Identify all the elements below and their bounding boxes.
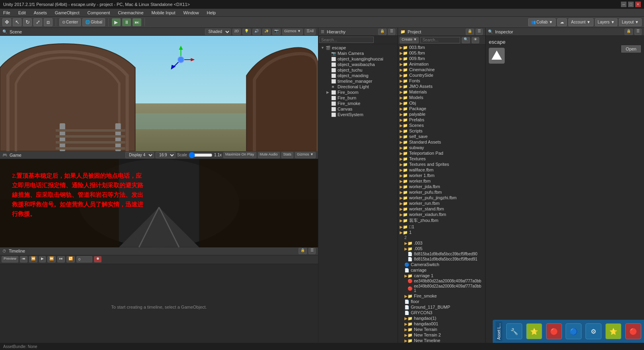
menu-gameobject[interactable]: GameObject (53, 10, 81, 15)
scene-light-btn[interactable]: 💡 (242, 29, 251, 35)
project-item[interactable]: ▶📁 Standard Assets (398, 139, 485, 145)
project-item[interactable]: ▶📁 1 (398, 229, 485, 235)
hierarchy-item-wasibaozha[interactable]: ⬜ object_wasibaozha (325, 62, 397, 67)
cloud-btn[interactable]: ☁ (557, 18, 567, 26)
inspector-open-btn[interactable]: Open (621, 45, 641, 52)
asset-btn-6[interactable]: ⭐ (605, 323, 621, 339)
project-item[interactable]: ▶📁 Textures and Sprites (398, 161, 485, 167)
project-item[interactable]: ▶📁 Obj (398, 100, 485, 106)
project-item[interactable]: ▶📁 wallface.fbm (398, 167, 485, 173)
project-item[interactable]: ▶📁 New Timeline (398, 338, 485, 343)
project-item[interactable]: ▶📁 003.fbm (398, 45, 485, 50)
display-select[interactable]: Display 4 (125, 152, 154, 158)
project-item[interactable]: ▶📁 Models (398, 95, 485, 100)
tl-frame-input[interactable] (76, 256, 92, 262)
project-item[interactable]: ▶📁 Animation (398, 61, 485, 67)
mute-audio-btn[interactable]: Mute Audio (258, 152, 280, 158)
project-search-btn[interactable]: 🔍 (462, 37, 470, 43)
tl-prev-btn[interactable]: ⏪ (29, 256, 37, 262)
project-item[interactable]: 📄 Ground_117_BUMP (398, 304, 485, 310)
project-item[interactable]: ▶📁 JMO Assets (398, 84, 485, 89)
shading-dropdown[interactable]: Shaded (205, 29, 231, 35)
hierarchy-search[interactable] (319, 37, 374, 43)
menu-file[interactable]: File (2, 10, 12, 15)
project-item[interactable]: 📄 GRYCON3 (398, 310, 485, 315)
scale-slider[interactable] (189, 153, 213, 158)
project-search[interactable] (420, 37, 460, 43)
hierarchy-item-fireboom[interactable]: ▶ ⬜ Fire_boom (325, 89, 397, 95)
stats-btn[interactable]: Stats (281, 152, 294, 158)
project-item[interactable]: ▶📁 Fonts (398, 78, 485, 84)
scene-viewport[interactable] (0, 36, 318, 151)
project-item[interactable]: ▶📁 Scenes (398, 122, 485, 128)
project-item[interactable]: ▶📁 palyable (398, 111, 485, 117)
hierarchy-item-canvas[interactable]: ⬜ Canvas (325, 106, 397, 112)
2d-toggle[interactable]: 2D (232, 29, 241, 35)
hierarchy-item-kuangjing[interactable]: ⬜ object_kuangjinghuozai (325, 56, 397, 62)
asset-btn-7[interactable]: 🔴 (625, 323, 641, 339)
transform-rotate[interactable]: ↻ (23, 18, 32, 26)
close-btn[interactable]: ✕ (635, 2, 641, 7)
asset-btn-2[interactable]: ⭐ (526, 323, 542, 339)
project-item[interactable]: ▶📁 .003 (398, 240, 485, 246)
menu-component[interactable]: Component (86, 10, 111, 15)
account-btn[interactable]: Account ▼ (568, 18, 593, 26)
minimize-btn[interactable]: ─ (621, 2, 626, 7)
menu-mobileinput[interactable]: Mobile Input (150, 10, 177, 15)
hierarchy-lock-btn[interactable]: 🔒 (378, 29, 386, 35)
maximize-play-btn[interactable]: Maximize On Play (223, 152, 256, 158)
inspector-menu-btn[interactable]: ☰ (634, 29, 642, 35)
project-item[interactable]: ▶📁 New Terrain 2 (398, 332, 485, 338)
project-menu-btn[interactable]: ☰ (476, 29, 483, 35)
layout-btn[interactable]: Layout ▼ (619, 18, 642, 26)
timeline-menu-btn[interactable]: ☰ (308, 248, 316, 254)
asset-btn-3[interactable]: 🔴 (546, 323, 562, 339)
menu-window[interactable]: Window (181, 10, 200, 15)
project-item[interactable]: ▶📁 □1 (398, 224, 485, 229)
step-btn[interactable]: ⏭ (133, 18, 141, 26)
project-item[interactable]: ▶📁 subway (398, 145, 485, 150)
tl-record-btn[interactable]: ⏺ (94, 256, 101, 262)
collab-btn[interactable]: 👥 Collab ▼ (528, 18, 556, 26)
hierarchy-item-eventsystem[interactable]: ⬜ EventSystem (325, 112, 397, 117)
project-item[interactable]: ▶📁 worker_run.fbm (398, 200, 485, 206)
scene-audio-btn[interactable]: 🔊 (252, 29, 261, 35)
scene-gizmos-btn[interactable]: Gizmos ▼ (282, 29, 303, 35)
project-item[interactable]: ▶📁 .005 (398, 246, 485, 251)
project-item[interactable]: ▶📁 worker_xiadun.fbm (398, 212, 485, 217)
inspector-lock-btn[interactable]: 🔒 (624, 29, 633, 35)
project-item[interactable]: 📄 8d815ba1d9bdfa5bcc39bcf5ffbed90 (398, 251, 485, 257)
project-item[interactable]: ▶📁 Materials (398, 89, 485, 95)
tl-rewind-btn[interactable]: ⏮ (20, 256, 27, 262)
project-item[interactable]: ▶📁 New Terrain (398, 327, 485, 332)
menu-assets[interactable]: Assets (32, 10, 49, 15)
project-item[interactable]: ▶📁 装车_zhou.fbm (398, 217, 485, 224)
project-item[interactable]: 📄 floor (398, 299, 485, 304)
pivot-btn[interactable]: ⊙ Center (59, 18, 81, 26)
hierarchy-item-maoding[interactable]: ⬜ object_maoding (325, 73, 397, 78)
menu-cinemachine[interactable]: Cinemachine (116, 10, 145, 15)
project-item[interactable]: ▶📁 worker_pufu_jingzhi.fbm (398, 195, 485, 200)
project-item[interactable]: 🔴 ee349b80d22aa20008c409af777a0bb (398, 278, 485, 284)
project-item[interactable]: 2 (398, 235, 485, 240)
hierarchy-item-timeline[interactable]: ⬜ timeline_manager (325, 78, 397, 84)
tl-end-btn[interactable]: ⏭ (57, 256, 65, 262)
asset-btn-4[interactable]: 🔵 (566, 323, 582, 339)
project-item[interactable]: 🔴 ee349b80d22aa20008c409af777a0bb 1 (398, 284, 485, 293)
transform-hand[interactable]: ✥ (2, 18, 11, 26)
project-item[interactable]: ▶📁 Fire_smoke (398, 293, 485, 299)
project-item[interactable]: ▶📁 009.fbm (398, 56, 485, 61)
maximize-btn[interactable]: □ (628, 2, 634, 7)
create-btn[interactable]: Create ▼ (400, 37, 419, 43)
project-item[interactable]: ▶📁 Teleportation Pad (398, 150, 485, 156)
scene-all-btn[interactable]: ☰All (304, 29, 316, 35)
project-item[interactable]: ▶📁 worker_jida.fbm (398, 184, 485, 189)
project-item[interactable]: ▶📁 self_save (398, 134, 485, 139)
hierarchy-item-maincamera[interactable]: 📷 Main Camera (325, 51, 397, 56)
menu-help[interactable]: Help (205, 10, 218, 15)
hierarchy-item-escape[interactable]: ▼ 🎬 escape (319, 45, 397, 51)
project-item[interactable]: ▶📁 Cinemachine (398, 67, 485, 72)
hierarchy-item-dirlight[interactable]: ☀ Directional Light (325, 84, 397, 89)
project-item[interactable]: ▶📁 worker_stand.fbm (398, 206, 485, 212)
pause-btn[interactable]: ⏸ (122, 18, 131, 26)
